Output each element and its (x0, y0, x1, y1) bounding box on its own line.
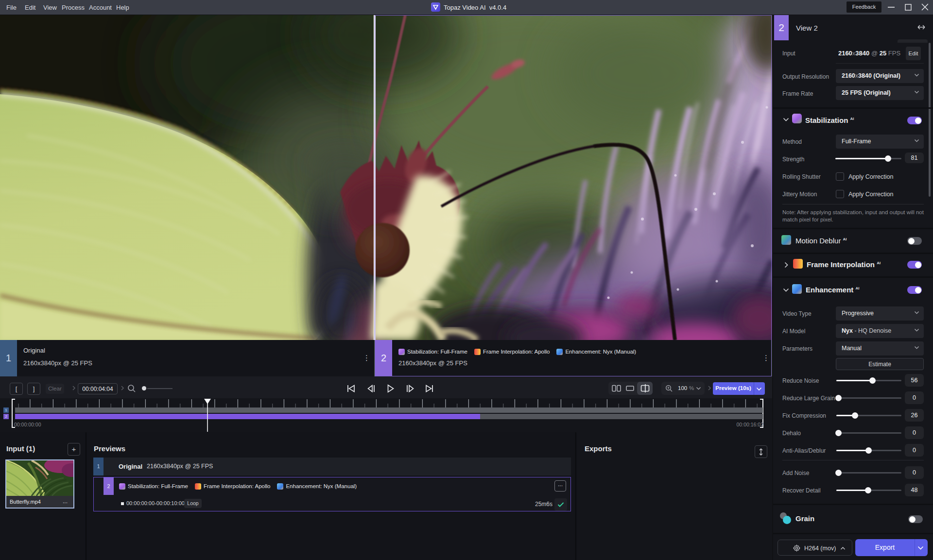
svg-text:Butterfly.mp4: Butterfly.mp4 (10, 499, 41, 505)
svg-text:...: ... (63, 498, 68, 505)
